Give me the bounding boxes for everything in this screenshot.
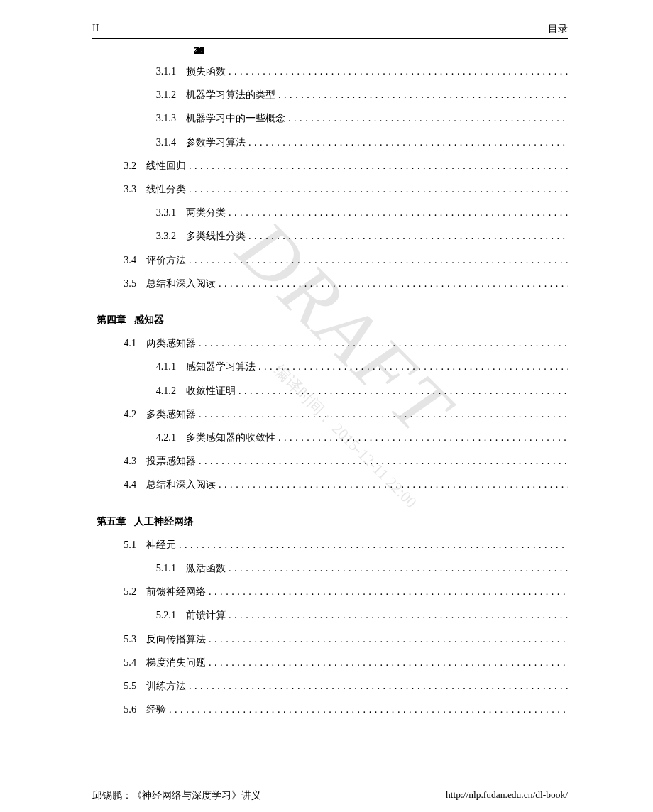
toc-entry[interactable]: 4.3投票感知器................................… [92, 456, 568, 466]
toc-entry-number: 5.2.1 [92, 610, 186, 620]
toc-entry[interactable]: 5.3反向传播算法...............................… [92, 634, 568, 644]
toc-leader-dots: ........................................… [248, 137, 568, 147]
toc-entry-title: 前馈神经网络 [146, 586, 209, 596]
toc-entry-title: 两类感知器 [146, 338, 199, 348]
toc-entry-number: 4.4 [92, 479, 146, 489]
footer-url: http://nlp.fudan.edu.cn/dl-book/ [446, 789, 568, 802]
toc-entry-number: 3.3.1 [92, 207, 186, 217]
toc-entry-title: 机器学习算法的类型 [186, 89, 278, 99]
toc-leader-dots: ........................................… [278, 432, 568, 442]
toc-leader-dots: ........................................… [199, 456, 568, 466]
toc-entry-number: 5.5 [92, 681, 146, 691]
toc-entry[interactable]: 4.1.2收敛性证明..............................… [92, 385, 568, 395]
toc-entry[interactable]: 4.2.1多类感知器的收敛性..........................… [92, 432, 568, 442]
toc-entry[interactable]: 5.2前馈神经网络...............................… [92, 586, 568, 596]
toc-entry[interactable]: 3.1.3机器学习中的一些概念.........................… [92, 113, 568, 123]
toc-entry-title: 经验 [146, 704, 169, 714]
toc-entry-title: 收敛性证明 [186, 385, 238, 395]
toc-entry[interactable]: 第四章感知器..................................… [92, 314, 568, 324]
toc-entry[interactable]: 3.1.1损失函数...............................… [92, 66, 568, 76]
toc-entry-title: 人工神经网络 [134, 516, 197, 526]
toc-entry-title: 参数学习算法 [186, 137, 248, 147]
toc-entry-number: 3.2 [92, 160, 146, 170]
toc-entry-title: 多类线性分类 [186, 231, 248, 241]
toc-leader-dots: ........................................… [179, 539, 568, 549]
toc-entry-title: 线性分类 [146, 184, 189, 194]
toc-entry[interactable]: 4.2多类感知器................................… [92, 409, 568, 419]
toc-leader-dots: ........................................… [219, 479, 568, 489]
toc-entry[interactable]: 3.3.2多类线性分类.............................… [92, 231, 568, 241]
toc-leader-dots: ........................................… [189, 255, 568, 265]
toc-gap [92, 302, 568, 314]
toc-leader-dots: ........................................… [189, 160, 568, 170]
toc-entry[interactable]: 3.3线性分类.................................… [92, 184, 568, 194]
toc-entry-number: 第五章 [92, 516, 134, 526]
toc-leader-dots: ........................................… [238, 385, 568, 395]
page-footer: 邱锡鹏：《神经网络与深度学习》讲义 http://nlp.fudan.edu.c… [92, 789, 568, 802]
toc-entry[interactable]: 3.1.4参数学习算法.............................… [92, 137, 568, 147]
toc-entry-number: 5.6 [92, 704, 146, 714]
toc-entry-number: 5.3 [92, 634, 146, 644]
toc-leader-dots: ........................................… [189, 681, 568, 691]
toc-leader-dots: ........................................… [199, 409, 568, 419]
toc-leader-dots: ........................................… [209, 657, 568, 667]
toc-entry-number: 3.4 [92, 255, 146, 265]
toc-entry-title: 反向传播算法 [146, 634, 209, 644]
toc-leader-dots: ........................................… [209, 586, 568, 596]
toc-entry[interactable]: 4.1.1感知器学习算法............................… [92, 361, 568, 371]
toc-entry-number: 第四章 [92, 314, 134, 324]
toc-leader-dots: ........................................… [258, 361, 568, 371]
toc-leader-dots: ........................................… [209, 634, 568, 644]
toc-leader-dots: ........................................… [248, 231, 568, 241]
toc-entry-title: 训练方法 [146, 681, 189, 691]
toc-entry-title: 多类感知器 [146, 409, 199, 419]
toc-leader-dots: ........................................… [169, 704, 568, 714]
toc-entry-number: 4.2 [92, 409, 146, 419]
toc-entry-title: 评价方法 [146, 255, 189, 265]
toc-entry[interactable]: 5.5训练方法.................................… [92, 681, 568, 691]
toc-leader-dots: ........................................… [199, 338, 568, 348]
toc-entry-title: 总结和深入阅读 [146, 479, 219, 489]
toc-entry-page: 46 [185, 45, 204, 55]
toc-entry[interactable]: 4.1两类感知器................................… [92, 338, 568, 348]
toc-entry[interactable]: 5.6经验...................................… [92, 704, 568, 714]
toc-entry-number: 4.2.1 [92, 432, 186, 442]
toc-entry-number: 3.1.2 [92, 89, 186, 99]
toc-leader-dots: ........................................… [219, 278, 568, 288]
toc-entry-title: 激活函数 [186, 563, 229, 573]
toc-leader-dots: ........................................… [278, 89, 568, 99]
toc-entry-title: 线性回归 [146, 160, 189, 170]
footer-author-title: 邱锡鹏：《神经网络与深度学习》讲义 [92, 789, 261, 802]
toc-entry[interactable]: 3.2线性回归.................................… [92, 160, 568, 170]
toc-entry[interactable]: 5.1神经元..................................… [92, 539, 568, 549]
toc-entry[interactable]: 4.4总结和深入阅读..............................… [92, 479, 568, 489]
toc-entry-title: 两类分类 [186, 207, 229, 217]
toc-entry[interactable]: 3.1.2机器学习算法的类型..........................… [92, 89, 568, 99]
toc-entry[interactable]: 5.4梯度消失问题...............................… [92, 657, 568, 667]
toc-entry[interactable]: 5.2.1前馈计算...............................… [92, 610, 568, 620]
toc-leader-dots: ........................................… [229, 207, 568, 217]
toc-entry[interactable]: 5.1.1激活函数...............................… [92, 563, 568, 573]
toc-entry-number: 4.1.2 [92, 385, 186, 395]
toc-entry-title: 梯度消失问题 [146, 657, 209, 667]
running-title: 目录 [548, 23, 568, 35]
toc-entry-title: 前馈计算 [186, 610, 229, 620]
toc-leader-dots: ........................................… [229, 563, 568, 573]
toc-entry-title: 投票感知器 [146, 456, 199, 466]
toc-entry-number: 5.4 [92, 657, 146, 667]
toc-leader-dots: ........................................… [229, 66, 568, 76]
toc-entry-number: 4.1.1 [92, 361, 186, 371]
table-of-contents: 3.1.1损失函数...............................… [92, 66, 568, 714]
toc-entry-number: 4.3 [92, 456, 146, 466]
toc-entry[interactable]: 3.5总结和深入阅读..............................… [92, 278, 568, 288]
running-head: II 目录 [92, 23, 568, 39]
toc-entry[interactable]: 3.4评价方法.................................… [92, 255, 568, 265]
toc-leader-dots: ........................................… [288, 113, 568, 123]
toc-entry-title: 感知器学习算法 [186, 361, 258, 371]
page-number: II [92, 23, 99, 35]
toc-entry-title: 损失函数 [186, 66, 229, 76]
toc-entry-number: 5.1.1 [92, 563, 186, 573]
toc-entry[interactable]: 第五章人工神经网络...............................… [92, 516, 568, 526]
toc-entry[interactable]: 3.3.1两类分类...............................… [92, 207, 568, 217]
toc-entry-number: 3.3.2 [92, 231, 186, 241]
